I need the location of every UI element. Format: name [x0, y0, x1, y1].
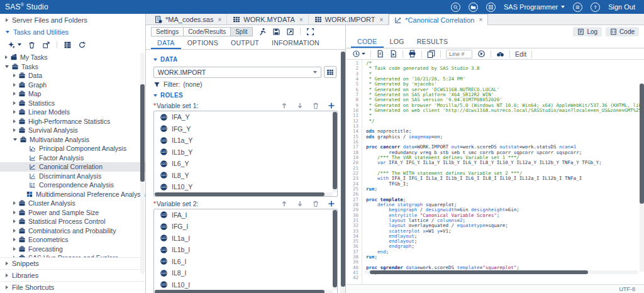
tree-item-discriminant-analysis[interactable]: Discriminant Analysis [0, 172, 145, 181]
close-icon[interactable]: × [379, 16, 383, 23]
view-button-split[interactable]: Split [231, 27, 252, 36]
variable-item-il1b_y[interactable]: 123IL1b_Y [154, 146, 337, 158]
tree-item-my-tasks[interactable]: My Tasks [0, 53, 145, 62]
search-icon[interactable] [451, 3, 460, 12]
task-tab-data[interactable]: DATA [151, 38, 181, 49]
code-text[interactable]: /* * Task code generated by SAS Studio 3… [362, 60, 644, 284]
code-line[interactable]: end; [366, 250, 644, 255]
task-tab-output[interactable]: OUTPUT [225, 38, 265, 49]
variable-item-il1a_y[interactable]: 123IL1a_Y [154, 135, 337, 146]
code-line[interactable]: * [366, 113, 644, 118]
document-tab-work-mydata[interactable]: WORK.MYDATA× [227, 14, 308, 25]
close-icon[interactable]: × [218, 16, 221, 23]
code-line[interactable]: * Generated on web client 'http://dcws11… [366, 108, 644, 113]
sidebar-section-file-shortcuts[interactable]: File Shortcuts [0, 281, 145, 293]
move-up-icon[interactable] [280, 102, 288, 109]
scrollbar-thumb[interactable] [640, 84, 644, 204]
tree-item-statistics[interactable]: Statistics [0, 99, 145, 108]
tree-item-correspondence-analysis[interactable]: Correspondence Analysis [0, 180, 145, 190]
code-line[interactable]: endgraph; [366, 244, 644, 249]
maximize-icon[interactable] [306, 28, 314, 36]
copy-icon[interactable] [427, 50, 435, 58]
list-vertical-scrollbar[interactable] [333, 111, 337, 192]
app-switcher-icon[interactable] [486, 3, 496, 12]
tree-item-principal-component-analysis[interactable]: Principal Component Analysis [0, 144, 145, 153]
sidebar-section-tasks-utilities[interactable]: Tasks and Utilities [0, 26, 145, 38]
tree-item-graph[interactable]: Graph [0, 80, 145, 90]
tree-item-factor-analysis[interactable]: Factor Analysis [0, 153, 145, 163]
print-icon[interactable] [408, 50, 416, 58]
code-line[interactable]: TFGb_I; [366, 182, 644, 187]
sidebar-section-server-files[interactable]: Server Files and Folders [0, 14, 145, 26]
move-down-icon[interactable] [296, 200, 304, 207]
add-icon[interactable] [328, 200, 335, 207]
variable-item-il8_y[interactable]: 123IL8_Y [154, 170, 337, 182]
tree-item-cluster-analysis[interactable]: Cluster Analysis [0, 199, 145, 208]
tree-item-combinatorics-and-probability[interactable]: Combinatorics and Probability [0, 226, 145, 236]
tree-item-power-and-sample-size[interactable]: Power and Sample Size [0, 208, 145, 218]
sidebar-scrollbar[interactable] [140, 53, 145, 274]
tree-item-linear-models[interactable]: Linear Models [0, 108, 145, 117]
code-line[interactable]: proc sgrender data=work.scoreDS template… [366, 265, 644, 270]
tree-item-tasks[interactable]: Tasks [0, 62, 145, 72]
task-tab-information[interactable]: INFORMATION [265, 38, 326, 49]
trash-icon[interactable] [28, 41, 36, 49]
code-vertical-scrollbar[interactable] [640, 84, 644, 272]
preview-icon[interactable] [286, 28, 294, 36]
move-down-icon[interactable] [296, 102, 304, 109]
tree-item-multivariate-analysis[interactable]: Multivariate Analysis [0, 135, 145, 145]
history-icon[interactable] [352, 50, 360, 58]
code-line[interactable]: var IFA_Y IFG_Y IL1a_Y IL1b_Y IL6_Y IL8_… [366, 160, 644, 165]
variable-item-il1a_i[interactable]: 123IL1a_I [154, 233, 337, 245]
view-button-code-results[interactable]: Code/Results [184, 27, 231, 36]
task-pane-scrollbar[interactable] [340, 50, 345, 293]
properties-icon[interactable] [64, 41, 72, 49]
tree-item-map[interactable]: Map [0, 89, 145, 99]
tree-item-forecasting[interactable]: Forecasting [0, 245, 145, 254]
scrollbar-thumb[interactable] [140, 84, 145, 182]
variable-item-il10_i[interactable]: 123IL10_I [154, 279, 337, 291]
list-horizontal-scrollbar[interactable] [154, 290, 333, 293]
task-tab-options[interactable]: OPTIONS [181, 38, 225, 49]
code-horizontal-scrollbar[interactable] [365, 270, 638, 274]
variable-item-ifa_y[interactable]: 123IFA_Y [154, 111, 337, 123]
variable-item-il8_i[interactable]: 123IL8_I [154, 267, 337, 279]
variable-item-il6_y[interactable]: 123IL6_Y [154, 158, 337, 170]
scrollbar-thumb[interactable] [341, 52, 345, 287]
data-section-header[interactable]: DATA [153, 56, 336, 63]
edit-button[interactable]: Edit [515, 50, 526, 58]
open-icon[interactable] [42, 41, 50, 49]
log-shortcut-button[interactable]: Log [573, 27, 602, 36]
view-button-settings[interactable]: Settings [151, 27, 184, 36]
tree-item-survival-analysis[interactable]: Survival Analysis [0, 126, 145, 135]
choose-table-button[interactable] [324, 66, 336, 78]
trash-icon[interactable] [312, 102, 319, 109]
code-line[interactable] [366, 275, 644, 280]
code-tab-code[interactable]: CODE [351, 36, 384, 48]
user-menu[interactable]: SAS Programmer [504, 3, 565, 11]
tree-item-canonical-correlation[interactable]: Canonical Correlation [0, 162, 145, 172]
document-tab--canonical-correlation[interactable]: *Canonical Correlation× [389, 14, 488, 25]
tree-item-high-performance-statistics[interactable]: High-Performance Statistics [0, 117, 145, 126]
data-table-select[interactable]: WORK.IMPORT [153, 67, 321, 78]
doc-play-icon[interactable] [389, 50, 397, 58]
document-tab--ma-codes-sas[interactable]: *MA_codes.sas× [149, 14, 227, 25]
variable-item-il6_i[interactable]: 123IL6_I [154, 256, 337, 268]
close-icon[interactable]: × [479, 16, 482, 23]
move-up-icon[interactable] [280, 200, 288, 207]
variable-item-ifg_i[interactable]: 123IFG_I [154, 221, 337, 233]
roles-section-header[interactable]: ROLES [153, 92, 336, 99]
variable-item-il10_y[interactable]: 123IL10_Y [154, 181, 337, 193]
variable-item-ifa_i[interactable]: 123IFA_I [154, 209, 337, 221]
code-line[interactable]: run; [366, 187, 644, 192]
tree-item-statistical-process-control[interactable]: Statistical Process Control [0, 217, 145, 226]
code-shortcut-button[interactable]: Code [606, 27, 639, 36]
code-line[interactable]: */ [366, 119, 644, 124]
new-doc-icon[interactable] [376, 50, 384, 58]
code-editor[interactable]: 1234567891011121314151617181920212223242… [346, 60, 644, 284]
tree-item-data[interactable]: Data [0, 71, 145, 80]
variable-item-ifg_y[interactable]: 123IFG_Y [154, 123, 337, 135]
tree-item-econometrics[interactable]: Econometrics [0, 235, 145, 245]
code-line[interactable]: * Task code generated by SAS Studio 3.8 [366, 66, 644, 71]
close-icon[interactable]: × [299, 16, 303, 23]
